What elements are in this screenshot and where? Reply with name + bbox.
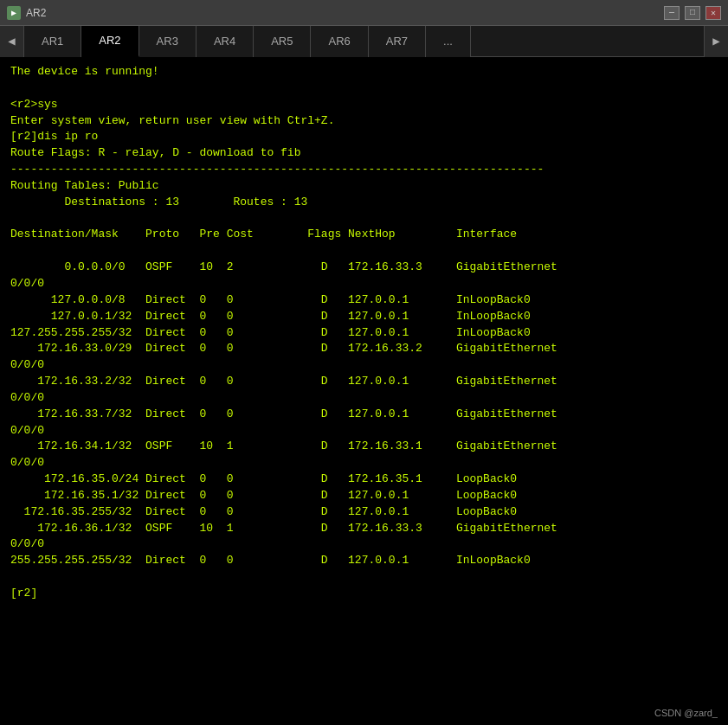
- minimize-button[interactable]: —: [664, 6, 680, 20]
- restore-button[interactable]: □: [685, 6, 700, 20]
- close-button[interactable]: ✕: [705, 6, 721, 20]
- tab-scroll-right[interactable]: ▶: [704, 26, 728, 57]
- terminal-output: The device is running! <r2>sys Enter sys…: [10, 64, 718, 602]
- tab-more[interactable]: ...: [426, 26, 471, 57]
- tab-ar3[interactable]: AR3: [139, 26, 196, 57]
- tab-ar1[interactable]: AR1: [24, 26, 81, 57]
- title-bar: ▶ AR2 — □ ✕: [0, 0, 728, 26]
- tab-scroll-left[interactable]: ◀: [0, 26, 24, 57]
- terminal-area[interactable]: The device is running! <r2>sys Enter sys…: [0, 57, 728, 725]
- window-controls: — □ ✕: [664, 6, 721, 20]
- window-title: AR2: [26, 7, 46, 19]
- watermark: CSDN @zard_: [654, 708, 718, 718]
- app-icon: ▶: [7, 6, 21, 20]
- tab-ar6[interactable]: AR6: [311, 26, 368, 57]
- tab-ar5[interactable]: AR5: [254, 26, 311, 57]
- title-bar-left: ▶ AR2: [7, 6, 46, 20]
- tab-ar4[interactable]: AR4: [196, 26, 254, 57]
- tab-ar7[interactable]: AR7: [369, 26, 426, 57]
- tab-ar2[interactable]: AR2: [81, 26, 139, 57]
- tab-bar: ◀ AR1 AR2 AR3 AR4 AR5 AR6 AR7 ... ▶: [0, 26, 728, 57]
